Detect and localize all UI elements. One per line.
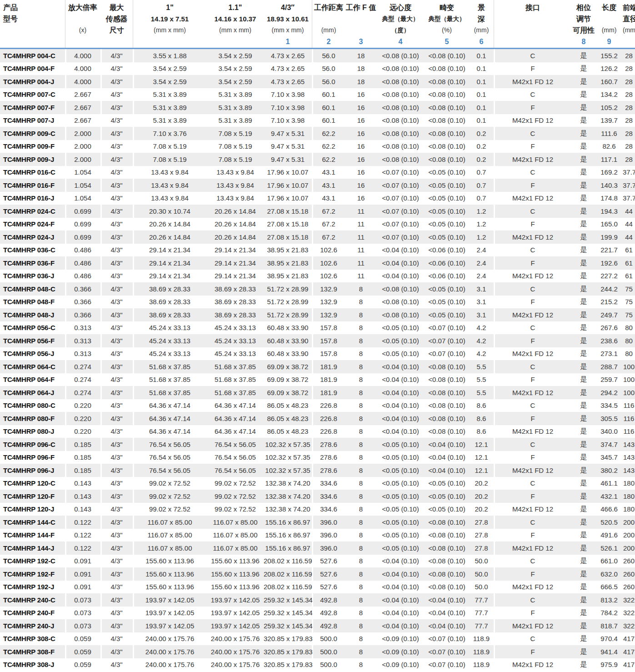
working-f-number-cell: 16 bbox=[345, 88, 376, 101]
distortion-cell: <0.08 (0.10) bbox=[425, 62, 469, 75]
max-sensor-cell: 4/3" bbox=[100, 503, 133, 516]
model-cell: TC4MHRP 192-J bbox=[0, 581, 65, 594]
telecentricity-cell: <0.05 (0.10) bbox=[376, 464, 425, 477]
fov-1inch-cell: 64.36 x 47.14 bbox=[133, 412, 207, 425]
model-cell: TC4MHRP 016-F bbox=[0, 179, 65, 192]
fov-1inch-cell: 38.69 x 28.33 bbox=[133, 308, 207, 321]
working-f-number-cell: 8 bbox=[345, 308, 376, 321]
working-f-number-cell: 11 bbox=[345, 244, 376, 257]
fov-1inch-cell: 64.36 x 47.14 bbox=[133, 399, 207, 412]
model-cell: TC4MHRP 056-J bbox=[0, 347, 65, 361]
front-diameter-cell: 180 bbox=[623, 477, 635, 490]
table-row: TC4MHRP 144-J0.1224/3"116.07 x 85.00116.… bbox=[0, 542, 635, 555]
fov-1inch-cell: 240.00 x 175.76 bbox=[133, 632, 207, 646]
front-diameter-cell: 200 bbox=[623, 529, 635, 542]
model-cell: TC4MHRP 004-J bbox=[0, 75, 65, 88]
table-row: TC4MHRP 080-C0.2204/3"64.36 x 47.1464.36… bbox=[0, 399, 635, 412]
front-diameter-cell: 37.7 bbox=[623, 166, 635, 179]
depth-of-field-cell: 1.2 bbox=[469, 218, 494, 231]
distortion-cell: <0.05 (0.10) bbox=[425, 205, 469, 218]
length-cell: 82.6 bbox=[595, 140, 623, 153]
fov-1inch-cell: 155.60 x 113.96 bbox=[133, 581, 207, 594]
fov-4-3inch-cell: 259.32 x 145.34 bbox=[264, 619, 312, 632]
magnification-cell: 0.274 bbox=[65, 386, 100, 399]
mount-cell: C bbox=[494, 166, 572, 179]
front-diameter-cell: 80 bbox=[623, 347, 635, 361]
phase-adjustment-cell: 是 bbox=[572, 153, 595, 166]
header-line: 1.1" bbox=[207, 2, 264, 14]
fov-1p1inch-cell: 51.68 x 37.85 bbox=[207, 373, 264, 386]
fov-1p1inch-cell: 76.54 x 56.05 bbox=[207, 451, 264, 464]
mount-cell: M42x1 FD 12 bbox=[494, 114, 572, 127]
mount-cell: M42x1 FD 12 bbox=[494, 231, 572, 244]
front-diameter-cell: 28 bbox=[623, 49, 635, 62]
distortion-cell: <0.08 (0.10) bbox=[425, 529, 469, 542]
model-cell: TC4MHRP 120-C bbox=[0, 477, 65, 490]
model-cell: TC4MHRP 056-C bbox=[0, 321, 65, 335]
mount-cell: M42x1 FD 12 bbox=[494, 464, 572, 477]
front-diameter-cell: 28 bbox=[623, 101, 635, 114]
fov-1inch-cell: 3.54 x 2.59 bbox=[133, 75, 207, 88]
distortion-cell: <0.07 (0.10) bbox=[425, 321, 469, 335]
telecentricity-cell: <0.04 (0.10) bbox=[376, 567, 425, 581]
telecentricity-cell: <0.04 (0.10) bbox=[376, 555, 425, 568]
table-row: TC4MHRP 016-C1.0544/3"13.43 x 9.8413.43 … bbox=[0, 166, 635, 179]
fov-1inch-cell: 51.68 x 37.85 bbox=[133, 373, 207, 386]
length-cell: 199.9 bbox=[595, 231, 623, 244]
header-line: 14.16 x 10.37 bbox=[207, 14, 264, 25]
phase-adjustment-cell: 是 bbox=[572, 632, 595, 646]
depth-of-field-cell: 0.7 bbox=[469, 179, 494, 192]
max-sensor-cell: 4/3" bbox=[100, 386, 133, 399]
fov-4-3inch-cell: 155.16 x 86.97 bbox=[264, 542, 312, 555]
phase-adjustment-cell: 是 bbox=[572, 205, 595, 218]
working-f-number-cell: 11 bbox=[345, 218, 376, 231]
mount-cell: F bbox=[494, 334, 572, 347]
table-row: TC4MHRP 308-F0.0594/3"240.00 x 175.76240… bbox=[0, 645, 635, 658]
header-line: 放大倍率 bbox=[65, 2, 100, 14]
working-f-number-cell: 11 bbox=[345, 256, 376, 270]
telecentricity-cell: <0.05 (0.10) bbox=[376, 334, 425, 347]
working-f-number-cell: 8 bbox=[345, 373, 376, 386]
working-f-number-cell: 8 bbox=[345, 360, 376, 373]
length-cell: 169.2 bbox=[595, 166, 623, 179]
column-header-fov-1p1inch: 1.1"14.16 x 10.37(mm x mm) bbox=[207, 0, 264, 49]
fov-1inch-cell: 7.08 x 5.19 bbox=[133, 153, 207, 166]
mount-cell: C bbox=[494, 399, 572, 412]
phase-adjustment-cell: 是 bbox=[572, 619, 595, 632]
magnification-cell: 0.143 bbox=[65, 490, 100, 503]
telecentricity-cell: <0.04 (0.10) bbox=[376, 412, 425, 425]
working-distance-cell: 60.1 bbox=[312, 101, 345, 114]
fov-1p1inch-cell: 5.31 x 3.89 bbox=[207, 88, 264, 101]
working-distance-cell: 226.8 bbox=[312, 425, 345, 438]
header-line: 长度 bbox=[595, 2, 623, 14]
distortion-cell: <0.05 (0.10) bbox=[425, 166, 469, 179]
mount-cell: M42x1 FD 12 bbox=[494, 270, 572, 283]
length-cell: 345.7 bbox=[595, 451, 623, 464]
telecentricity-cell: <0.04 (0.10) bbox=[376, 581, 425, 594]
mount-cell: F bbox=[494, 256, 572, 270]
model-cell: TC4MHRP 004-C bbox=[0, 49, 65, 62]
fov-1inch-cell: 13.43 x 9.84 bbox=[133, 166, 207, 179]
working-distance-cell: 181.9 bbox=[312, 373, 345, 386]
mount-cell: F bbox=[494, 607, 572, 620]
max-sensor-cell: 4/3" bbox=[100, 179, 133, 192]
mount-cell: M42x1 FD 12 bbox=[494, 75, 572, 88]
magnification-cell: 0.073 bbox=[65, 619, 100, 632]
magnification-cell: 1.054 bbox=[65, 166, 100, 179]
depth-of-field-cell: 50.0 bbox=[469, 567, 494, 581]
telecentricity-cell: <0.04 (0.10) bbox=[376, 619, 425, 632]
header-line bbox=[3, 36, 65, 48]
fov-1inch-cell: 51.68 x 37.85 bbox=[133, 360, 207, 373]
working-distance-cell: 102.6 bbox=[312, 244, 345, 257]
header-line: 工作距离 bbox=[312, 2, 345, 14]
header-line: (%) bbox=[425, 25, 469, 36]
fov-1p1inch-cell: 3.54 x 2.59 bbox=[207, 49, 264, 62]
mount-cell: C bbox=[494, 321, 572, 335]
front-diameter-cell: 80 bbox=[623, 321, 635, 335]
working-f-number-cell: 8 bbox=[345, 321, 376, 335]
magnification-cell: 0.274 bbox=[65, 360, 100, 373]
table-row: TC4MHRP 048-F0.3664/3"38.69 x 28.3338.69… bbox=[0, 296, 635, 309]
telecentricity-cell: <0.08 (0.10) bbox=[376, 101, 425, 114]
header-line: (mm) bbox=[595, 25, 623, 36]
fov-4-3inch-cell: 155.16 x 86.97 bbox=[264, 529, 312, 542]
